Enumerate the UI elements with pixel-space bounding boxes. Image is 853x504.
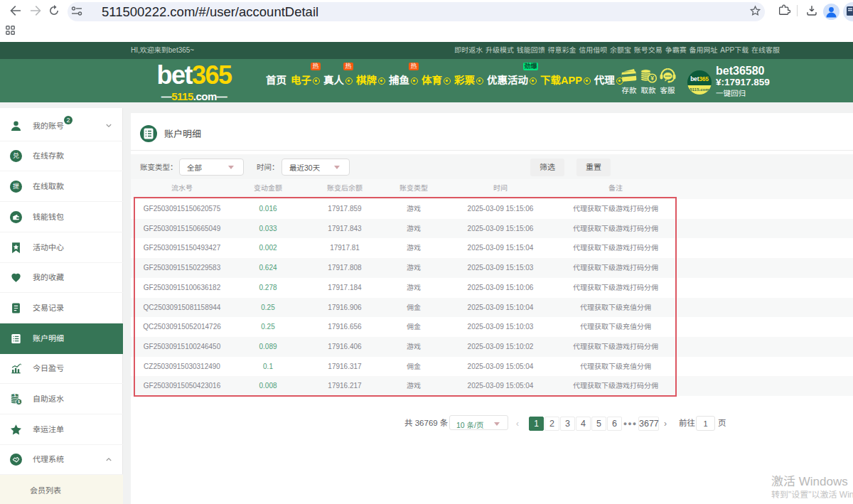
svg-text:$: $	[18, 399, 21, 404]
svg-text:$: $	[14, 393, 16, 397]
svg-text:¥: ¥	[650, 75, 654, 82]
